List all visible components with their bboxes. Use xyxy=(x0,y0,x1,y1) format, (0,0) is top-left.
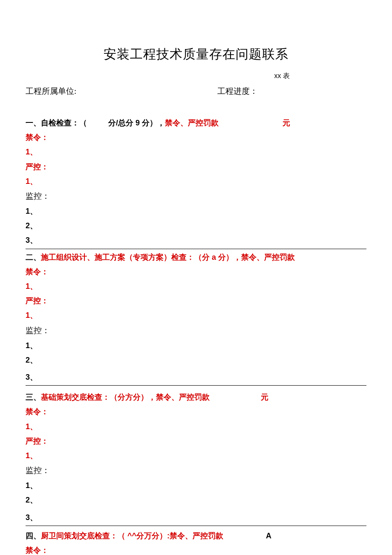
s1-ban-label: 禁令： xyxy=(26,130,366,145)
document-title: 安装工程技术质量存在问题联系 xyxy=(26,43,366,66)
s3-prefix: 三、 xyxy=(26,393,41,401)
s3-mon-item-3: 3、 xyxy=(26,510,366,525)
s2-strict-label: 严控： xyxy=(26,293,366,308)
s1-mon-item-2: 2、 xyxy=(26,218,366,233)
s3-ban-label: 禁令： xyxy=(26,404,366,419)
s3-strict-label: 严控： xyxy=(26,434,366,448)
s2-ban-label: 禁令： xyxy=(26,264,366,279)
s3-strict-item-1: 1、 xyxy=(26,448,366,463)
s2-mon-item-1: 1、 xyxy=(26,338,366,353)
s3-mon-label: 监控： xyxy=(26,463,366,478)
header-unit-label: 工程所属单位: xyxy=(26,84,217,99)
table-label: xx 表 xyxy=(26,70,366,82)
s3-mon-item-1: 1、 xyxy=(26,478,366,493)
section-4: 四、厨卫间策划交底检查：（ ^^分万分）:禁令、严控罚款A 禁令： 1、 xyxy=(26,529,366,555)
s1-strict-label: 严控： xyxy=(26,160,366,174)
section-1: 一、自检检查：（分/总分 9 分），禁令、严控罚款元 禁令： 1、 严控： 1、… xyxy=(26,116,366,249)
s2-ban-item-1: 1、 xyxy=(26,279,366,293)
s3-ban-item-1: 1、 xyxy=(26,419,366,434)
s3-heading: 基础策划交底检查：（分方分）， xyxy=(41,393,156,401)
s2-mon-item-3: 3、 xyxy=(26,370,366,384)
s3-divider xyxy=(26,526,366,526)
s1-prefix: 一、 xyxy=(26,119,41,127)
s3-penalty: 禁令、严控罚款 xyxy=(156,393,210,401)
s4-ban-label: 禁令： xyxy=(26,543,366,555)
s4-prefix: 四、 xyxy=(26,532,41,540)
section-3: 三、基础策划交底检查：（分方分），禁令、严控罚款元 禁令： 1、 严控： 1、 … xyxy=(26,390,366,526)
s1-heading-a: 自检检查：（ xyxy=(41,119,87,127)
section-2: 二、施工组织设计、施工方案（专项方案）检查：（分 a 分），禁令、严控罚款 禁令… xyxy=(26,250,366,386)
s2-mon-label: 监控： xyxy=(26,323,366,338)
s2-strict-item-1: 1、 xyxy=(26,308,366,323)
s2-prefix: 二、 xyxy=(26,253,41,262)
s1-heading-b: 分/总分 9 分）， xyxy=(108,119,165,127)
s1-mon-label: 监控： xyxy=(26,189,366,204)
s1-mon-item-1: 1、 xyxy=(26,204,366,218)
header-row: 工程所属单位: 工程进度： xyxy=(26,84,366,99)
s4-heading: 厨卫间策划交底检查：（ ^^分万分）: xyxy=(41,532,170,540)
s4-penalty: 禁令、严控罚款 xyxy=(170,532,223,540)
s1-unit: 元 xyxy=(282,119,290,127)
header-progress-label: 工程进度： xyxy=(217,84,366,99)
s2-heading: 施工组织设计、施工方案（专项方案）检查：（分 a 分）， xyxy=(41,253,241,262)
s2-penalty: 禁令、严控罚款 xyxy=(241,253,295,262)
s1-mon-item-3: 3、 xyxy=(26,233,366,249)
s2-mon-item-2: 2、 xyxy=(26,353,366,367)
s2-divider xyxy=(26,385,366,386)
s1-penalty: 禁令、严控罚款 xyxy=(165,119,219,127)
s3-unit: 元 xyxy=(261,393,268,401)
s3-mon-item-2: 2、 xyxy=(26,493,366,507)
s1-strict-item-1: 1、 xyxy=(26,174,366,189)
s4-unit: A xyxy=(266,532,271,540)
s1-ban-item-1: 1、 xyxy=(26,145,366,159)
